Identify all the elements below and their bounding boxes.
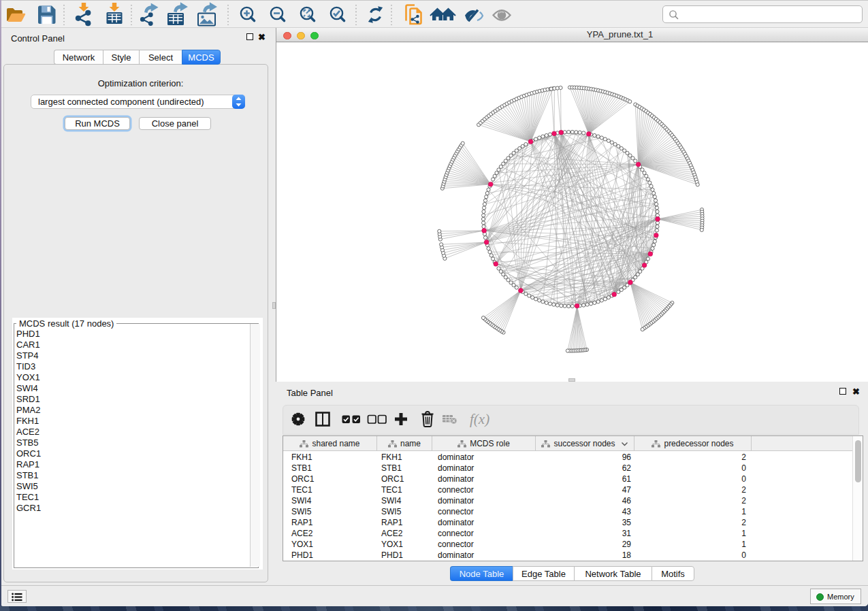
svg-text:f(x): f(x) [470, 411, 489, 427]
